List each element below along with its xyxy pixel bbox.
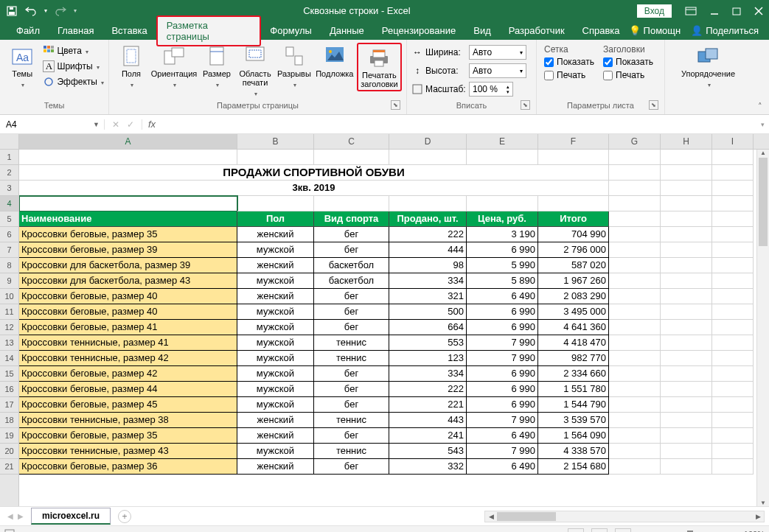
row-header[interactable]: 9: [0, 273, 18, 289]
expand-formula-bar-icon[interactable]: ▾: [756, 121, 769, 128]
cell[interactable]: 6 990: [467, 366, 538, 382]
row-header[interactable]: 14: [0, 351, 18, 366]
cell[interactable]: 7 990: [467, 335, 538, 351]
cell[interactable]: 587 020: [538, 258, 609, 273]
cell[interactable]: [609, 181, 661, 196]
page-layout-view-icon[interactable]: [591, 528, 608, 533]
cell[interactable]: [609, 320, 661, 335]
cell[interactable]: [712, 227, 754, 242]
cell[interactable]: 7 990: [467, 351, 538, 366]
cell[interactable]: бег: [314, 227, 389, 242]
cell[interactable]: 543: [389, 444, 467, 459]
cell[interactable]: 221: [389, 397, 467, 413]
cell[interactable]: [712, 150, 754, 165]
cell[interactable]: [712, 211, 754, 227]
cell[interactable]: [314, 150, 389, 165]
cell[interactable]: 6 990: [467, 382, 538, 397]
page-setup-dialog-launcher[interactable]: ⬊: [391, 100, 400, 110]
scale-dialog-launcher[interactable]: ⬊: [521, 100, 530, 110]
horizontal-scrollbar[interactable]: ◀ ▶: [484, 511, 765, 522]
cell[interactable]: [712, 196, 754, 211]
cell[interactable]: 222: [389, 227, 467, 242]
cell[interactable]: [712, 444, 754, 459]
maximize-icon[interactable]: [732, 7, 741, 15]
cell[interactable]: 5 890: [467, 273, 538, 289]
page-break-view-icon[interactable]: [615, 528, 631, 533]
row-header[interactable]: 1: [0, 150, 18, 165]
login-button[interactable]: Вход: [637, 4, 672, 18]
cell[interactable]: [237, 196, 314, 211]
cell[interactable]: 321: [389, 289, 467, 304]
cell[interactable]: 7 990: [467, 444, 538, 459]
cell[interactable]: 2 154 680: [538, 459, 609, 475]
orientation-button[interactable]: Ориентация: [152, 43, 196, 90]
row-header[interactable]: 13: [0, 335, 18, 351]
print-area-button[interactable]: Область печати: [237, 43, 273, 99]
cell[interactable]: [609, 165, 661, 181]
cell[interactable]: 982 770: [538, 351, 609, 366]
minimize-icon[interactable]: [710, 7, 719, 15]
cell[interactable]: [237, 150, 314, 165]
cell[interactable]: [609, 196, 661, 211]
cell[interactable]: бег: [314, 366, 389, 382]
cell[interactable]: женский: [237, 227, 314, 242]
cell[interactable]: Кроссовки теннисные, размер 41: [19, 335, 237, 351]
collapse-ribbon-icon[interactable]: ˄: [758, 102, 762, 111]
sheet-tab[interactable]: microexcel.ru: [31, 508, 111, 525]
row-header[interactable]: 2: [0, 165, 18, 181]
cell[interactable]: [712, 413, 754, 428]
cell[interactable]: [609, 258, 661, 273]
tab-view[interactable]: Вид: [464, 22, 500, 39]
scroll-right-icon[interactable]: ▶: [752, 513, 764, 520]
col-header-E[interactable]: E: [467, 134, 538, 149]
arrange-button[interactable]: Упорядочение: [673, 43, 744, 90]
cell[interactable]: Кроссовки теннисные, размер 38: [19, 413, 237, 428]
cell[interactable]: 3 495 000: [538, 304, 609, 320]
cell[interactable]: 2 083 290: [538, 289, 609, 304]
cell[interactable]: Итого: [538, 211, 609, 227]
cell[interactable]: 332: [389, 459, 467, 475]
cell[interactable]: 1 551 780: [538, 382, 609, 397]
cell[interactable]: Кроссовки беговые, размер 35: [19, 227, 237, 242]
select-all-corner[interactable]: [0, 134, 18, 150]
cell[interactable]: [712, 289, 754, 304]
headings-print-check[interactable]: Печать: [603, 69, 653, 81]
cell[interactable]: Кроссовки беговые, размер 35: [19, 428, 237, 444]
cell[interactable]: Наименование: [19, 211, 237, 227]
cell[interactable]: 3 190: [467, 227, 538, 242]
cell[interactable]: теннис: [314, 413, 389, 428]
cell[interactable]: женский: [237, 459, 314, 475]
cell[interactable]: баскетбол: [314, 273, 389, 289]
qat-customize-icon[interactable]: ▾: [74, 7, 77, 14]
cell[interactable]: [609, 150, 661, 165]
cell[interactable]: 123: [389, 351, 467, 366]
cell[interactable]: Кроссовки теннисные, размер 43: [19, 444, 237, 459]
cell[interactable]: 334: [389, 273, 467, 289]
cell[interactable]: Кроссовки беговые, размер 41: [19, 320, 237, 335]
vertical-scrollbar[interactable]: ▲ ▼: [756, 150, 769, 506]
cell[interactable]: [609, 397, 661, 413]
cell[interactable]: теннис: [314, 335, 389, 351]
tell-me[interactable]: 💡Помощн: [629, 25, 681, 36]
fonts-button[interactable]: AШрифты: [43, 60, 104, 73]
close-icon[interactable]: [754, 7, 763, 15]
cell[interactable]: мужской: [237, 273, 314, 289]
row-header[interactable]: 12: [0, 320, 18, 335]
cell[interactable]: 553: [389, 335, 467, 351]
cell[interactable]: [609, 382, 661, 397]
cell[interactable]: [314, 196, 389, 211]
cell[interactable]: [609, 366, 661, 382]
row-header[interactable]: 21: [0, 459, 18, 475]
cell[interactable]: [661, 397, 712, 413]
cell[interactable]: Цена, руб.: [467, 211, 538, 227]
name-box[interactable]: A4▼: [0, 119, 105, 130]
row-header[interactable]: 8: [0, 258, 18, 273]
cell[interactable]: теннис: [314, 444, 389, 459]
col-header-D[interactable]: D: [389, 134, 467, 149]
zoom-in-icon[interactable]: +: [731, 530, 736, 533]
cell[interactable]: Пол: [237, 211, 314, 227]
themes-button[interactable]: Aa Темы: [4, 43, 40, 90]
row-header[interactable]: 19: [0, 428, 18, 444]
cell[interactable]: [661, 242, 712, 258]
cell[interactable]: 3кв. 2019: [19, 181, 609, 196]
